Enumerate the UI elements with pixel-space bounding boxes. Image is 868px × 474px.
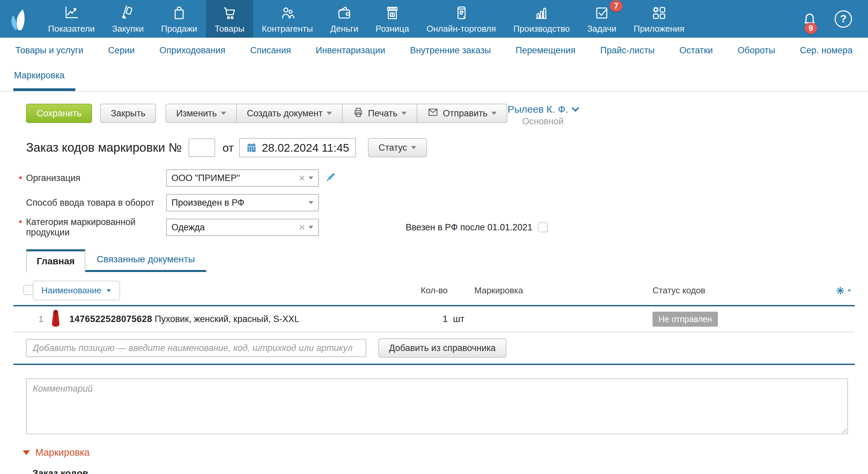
notifications-badge: 9 <box>805 23 817 34</box>
table-row[interactable]: 1 1476522528075628 Пуховик, женский, кра… <box>13 306 855 332</box>
chevron-down-icon <box>327 112 332 115</box>
organization-label: * Организация <box>26 173 166 183</box>
subnav-item-receivings[interactable]: Оприходования <box>159 45 225 56</box>
product-qty: 1 <box>398 314 448 324</box>
chevron-down-icon <box>491 112 497 115</box>
top-navigation-bar: Показатели Закупки Продажи Товары Контра… <box>0 0 868 38</box>
comment-wrap <box>26 378 848 436</box>
marking-column-header: Маркировка <box>471 285 645 296</box>
chevron-down-icon <box>401 112 407 115</box>
imported-checkbox[interactable] <box>538 222 548 232</box>
shopping-cart-icon <box>221 4 238 21</box>
marking-section-toggle[interactable]: Маркировка <box>17 447 855 458</box>
nav-item-apps[interactable]: Приложения <box>625 0 693 38</box>
marking-section: Маркировка Заказ кодов Статус: Не отправ… <box>17 447 855 474</box>
category-combobox[interactable]: Одежда × <box>166 219 319 236</box>
codes-status-badge: Не отправлен <box>652 312 718 327</box>
detail-tabs: Главная Связанные документы <box>26 249 206 272</box>
subnav-item-internal-orders[interactable]: Внутренние заказы <box>410 45 491 56</box>
hand-truck-icon <box>120 4 136 21</box>
subnav-item-writeoffs[interactable]: Списания <box>250 45 291 56</box>
subnav-item-goods-services[interactable]: Товары и услуги <box>16 45 84 56</box>
nav-item-purchases[interactable]: Закупки <box>103 0 152 38</box>
marking-section-title: Маркировка <box>35 447 90 458</box>
notifications-button[interactable]: 9 <box>801 9 818 29</box>
status-dropdown-button[interactable]: Статус <box>368 138 427 157</box>
required-marker: * <box>19 218 22 229</box>
active-tab-underline <box>13 88 75 91</box>
product-unit: шт <box>448 314 471 324</box>
subnav-item-series[interactable]: Серии <box>108 45 135 56</box>
pencil-icon <box>324 171 336 183</box>
nav-item-sales[interactable]: Продажи <box>152 0 206 38</box>
chart-line-icon <box>63 4 80 21</box>
shopping-bag-icon <box>171 4 187 21</box>
nav-item-counterparties[interactable]: Контрагенты <box>253 0 321 38</box>
chevron-down-icon[interactable] <box>309 201 313 204</box>
organization-combobox[interactable]: ООО "ПРИМЕР" × <box>166 169 319 187</box>
subnav-item-stock[interactable]: Остатки <box>680 45 713 56</box>
nav-item-production[interactable]: Производство <box>505 0 579 38</box>
tab-main[interactable]: Главная <box>26 249 85 272</box>
imported-checkbox-label: Ввезен в РФ после 01.01.2021 <box>406 222 532 233</box>
chevron-down-icon[interactable] <box>309 177 313 180</box>
products-subnav: Товары и услуги Серии Оприходования Спис… <box>0 38 868 63</box>
app-logo[interactable] <box>0 0 39 38</box>
apps-grid-icon <box>651 4 667 21</box>
edit-menu-button[interactable]: Изменить <box>165 104 236 123</box>
print-menu-button[interactable]: Печать <box>342 104 417 123</box>
subnav-item-turnover[interactable]: Обороты <box>738 45 775 56</box>
subnav-item-movements[interactable]: Перемещения <box>516 45 576 56</box>
people-icon <box>279 4 295 21</box>
document-header: Заказ кодов маркировки № от 28.02.2024 1… <box>26 138 855 157</box>
chevron-down-icon <box>107 289 111 292</box>
organization-field-row: * Организация ООО "ПРИМЕР" × <box>26 169 855 187</box>
send-menu-button[interactable]: Отправить <box>417 104 507 123</box>
save-button[interactable]: Сохранить <box>26 104 92 123</box>
nav-item-tasks[interactable]: 7 Задачи <box>579 0 625 38</box>
table-settings-button[interactable] <box>835 286 855 296</box>
category-field-row: * Категория маркированной продукции Одеж… <box>26 219 855 236</box>
name-column-sort-button[interactable]: Наименование <box>33 281 120 300</box>
subnav-item-price-lists[interactable]: Прайс-листы <box>600 45 654 56</box>
nav-item-online-trade[interactable]: Онлайн-торговля <box>417 0 504 38</box>
nav-item-indicators[interactable]: Показатели <box>39 0 103 38</box>
columns-chart-icon <box>533 4 550 21</box>
comment-textarea[interactable] <box>26 378 848 434</box>
close-button[interactable]: Закрыть <box>100 104 156 123</box>
chevron-down-icon[interactable] <box>309 226 313 229</box>
create-document-menu-button[interactable]: Создать документ <box>236 104 342 123</box>
nav-item-money[interactable]: Деньги <box>321 0 367 38</box>
subnav-item-serial-numbers[interactable]: Сер. номера <box>800 45 852 56</box>
tab-marking[interactable]: Маркировка <box>14 70 65 81</box>
chevron-down-icon <box>848 290 851 292</box>
help-button[interactable]: ? <box>835 10 852 28</box>
printer-icon <box>352 107 364 120</box>
row-number: 1 <box>33 314 45 324</box>
input-method-dropdown[interactable]: Произведен в РФ <box>166 194 319 211</box>
topbar-right-controls: 9 ? <box>801 0 868 38</box>
required-marker: * <box>19 174 22 185</box>
edit-organization-button[interactable] <box>324 171 336 185</box>
document-title: Заказ кодов маркировки № <box>26 141 182 155</box>
clear-icon[interactable]: × <box>299 172 305 184</box>
document-number-input[interactable] <box>188 138 215 157</box>
product-thumbnail[interactable] <box>50 309 61 329</box>
positions-table-header: Наименование Кол-во Маркировка Статус ко… <box>13 277 855 305</box>
product-name-cell[interactable]: 1476522528075628 Пуховик, женский, красн… <box>66 314 398 324</box>
select-all-checkbox[interactable] <box>23 285 33 295</box>
user-menu[interactable]: Рылеев К. Ф. Основной <box>507 104 578 127</box>
clear-icon[interactable]: × <box>299 222 305 233</box>
add-from-catalog-button[interactable]: Добавить из справочника <box>378 338 506 358</box>
add-position-row: Добавить из справочника <box>26 338 855 358</box>
add-position-input[interactable] <box>26 339 366 357</box>
subnav-item-inventories[interactable]: Инвентаризации <box>316 45 385 56</box>
tab-linked-documents[interactable]: Связанные документы <box>85 249 206 270</box>
nav-item-retail[interactable]: Розница <box>367 0 418 38</box>
category-label: * Категория маркированной продукции <box>26 217 166 238</box>
nav-item-products[interactable]: Товары <box>206 0 253 38</box>
qty-column-header: Кол-во <box>398 285 448 296</box>
chevron-down-icon <box>572 104 580 112</box>
gear-icon <box>835 286 845 296</box>
document-date-field[interactable]: 28.02.2024 11:45 <box>239 138 356 157</box>
